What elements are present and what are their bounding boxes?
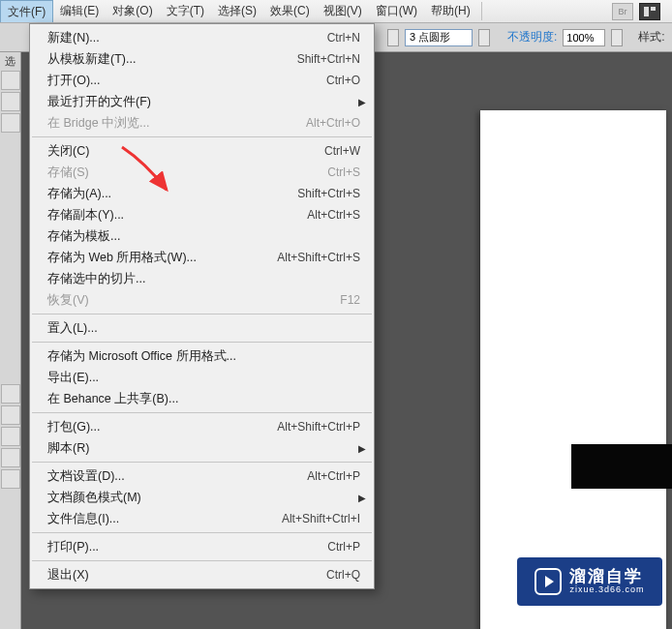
menu-item[interactable]: 文件信息(I)...Alt+Shift+Ctrl+I <box>30 508 374 529</box>
menu-item-label: 存储为 Web 所用格式(W)... <box>47 250 277 266</box>
menu-item[interactable]: 置入(L)... <box>30 317 374 339</box>
menu-item-label: 最近打开的文件(F) <box>47 94 360 110</box>
menu-item-label: 存储(S) <box>47 165 327 181</box>
menu-item-shortcut: Alt+Ctrl+P <box>307 469 360 483</box>
menu-item[interactable]: 在 Behance 上共享(B)... <box>30 388 374 409</box>
menu-item[interactable]: 打印(P)...Ctrl+P <box>30 536 374 557</box>
menu-item[interactable]: 最近打开的文件(F)▶ <box>30 91 374 112</box>
menu-item[interactable]: 脚本(R)▶ <box>30 437 374 459</box>
opacity-input[interactable] <box>563 29 605 46</box>
arrange-docs-icon[interactable] <box>639 3 660 20</box>
menu-item[interactable]: 存储为 Web 所用格式(W)...Alt+Shift+Ctrl+S <box>30 247 374 268</box>
menu-object[interactable]: 对象(O) <box>106 0 159 22</box>
menu-item-label: 打开(O)... <box>47 73 326 89</box>
menu-item-label: 恢复(V) <box>47 292 340 309</box>
menu-item-shortcut: Ctrl+P <box>327 540 360 554</box>
file-menu-dropdown: 新建(N)...Ctrl+N从模板新建(T)...Shift+Ctrl+N打开(… <box>29 23 375 589</box>
play-icon <box>535 568 562 595</box>
left-panel-strip: 选 <box>0 52 21 629</box>
menu-item[interactable]: 存储为(A)...Shift+Ctrl+S <box>30 183 374 204</box>
menu-item[interactable]: 导出(E)... <box>30 367 374 388</box>
menu-item-label: 存储为(A)... <box>47 186 297 202</box>
menu-item[interactable]: 从模板新建(T)...Shift+Ctrl+N <box>30 48 374 70</box>
menu-file[interactable]: 文件(F) <box>0 0 53 22</box>
menu-item-label: 脚本(R) <box>47 440 360 457</box>
menu-help[interactable]: 帮助(H) <box>424 0 477 22</box>
menu-item-label: 退出(X) <box>47 567 326 584</box>
left-tool-3[interactable] <box>1 113 20 133</box>
menu-edit[interactable]: 编辑(E) <box>53 0 106 22</box>
menu-item[interactable]: 关闭(C)Ctrl+W <box>30 140 374 162</box>
watermark-url: zixue.3d66.com <box>569 585 644 595</box>
stroke-profile-input[interactable] <box>405 29 473 46</box>
menu-item-label: 存储为模板... <box>47 228 360 245</box>
menu-item[interactable]: 退出(X)Ctrl+Q <box>30 564 374 585</box>
black-rectangle-object[interactable] <box>571 444 672 489</box>
left-tool-4[interactable] <box>1 384 20 404</box>
menu-effect[interactable]: 效果(C) <box>263 0 317 22</box>
menu-item-shortcut: Alt+Ctrl+O <box>306 116 360 130</box>
menu-separator <box>32 136 372 137</box>
menu-item-label: 存储为 Microsoft Office 所用格式... <box>47 348 360 365</box>
menu-separator <box>32 342 372 343</box>
opacity-dropdown[interactable] <box>611 29 623 46</box>
menu-item-shortcut: Shift+Ctrl+S <box>297 187 360 200</box>
artboard[interactable] <box>480 110 666 629</box>
menu-item[interactable]: 文档颜色模式(M)▶ <box>30 487 374 508</box>
svg-rect-1 <box>644 7 649 16</box>
menu-item[interactable]: 文档设置(D)...Alt+Ctrl+P <box>30 465 374 487</box>
menu-item-label: 关闭(C) <box>47 143 324 160</box>
left-tool-8[interactable] <box>1 469 20 489</box>
menu-item[interactable]: 打包(G)...Alt+Shift+Ctrl+P <box>30 416 374 437</box>
stroke-spinner[interactable] <box>387 29 399 46</box>
left-tool-7[interactable] <box>1 448 20 467</box>
menu-item[interactable]: 存储副本(Y)...Alt+Ctrl+S <box>30 204 374 225</box>
menu-separator <box>32 314 372 314</box>
chevron-right-icon: ▶ <box>358 443 366 454</box>
menu-item-label: 存储副本(Y)... <box>47 207 307 224</box>
menu-item-shortcut: Alt+Shift+Ctrl+I <box>282 512 360 525</box>
menu-item-label: 文档设置(D)... <box>47 468 307 485</box>
menu-separator <box>32 412 372 413</box>
menu-item: 在 Bridge 中浏览...Alt+Ctrl+O <box>30 112 374 134</box>
menu-item-shortcut: Alt+Shift+Ctrl+S <box>277 251 360 264</box>
menu-item-shortcut: Ctrl+O <box>326 74 360 87</box>
left-tool-2[interactable] <box>1 92 20 111</box>
left-tool-1[interactable] <box>1 71 20 90</box>
menu-item-label: 打包(G)... <box>47 419 277 435</box>
menu-item-label: 从模板新建(T)... <box>47 51 297 68</box>
stroke-dropdown[interactable] <box>478 29 490 46</box>
menu-item-label: 文档颜色模式(M) <box>47 490 360 506</box>
watermark-logo: 溜溜自学 zixue.3d66.com <box>517 557 662 606</box>
style-label: 样式: <box>638 29 664 45</box>
menu-select[interactable]: 选择(S) <box>211 0 263 22</box>
menubar: 文件(F) 编辑(E) 对象(O) 文字(T) 选择(S) 效果(C) 视图(V… <box>0 0 672 23</box>
menu-item-label: 打印(P)... <box>47 539 327 555</box>
menu-item[interactable]: 新建(N)...Ctrl+N <box>30 27 374 48</box>
menu-item-shortcut: Ctrl+N <box>327 31 360 45</box>
chevron-right-icon: ▶ <box>358 97 366 107</box>
menu-item[interactable]: 存储选中的切片... <box>30 268 374 289</box>
menu-item-shortcut: Ctrl+S <box>327 165 360 179</box>
menu-item[interactable]: 存储为模板... <box>30 225 374 247</box>
menu-item-shortcut: Alt+Ctrl+S <box>307 208 360 222</box>
menu-item-label: 导出(E)... <box>47 370 360 386</box>
menu-item[interactable]: 打开(O)...Ctrl+O <box>30 70 374 91</box>
left-tool-6[interactable] <box>1 427 20 446</box>
bridge-icon[interactable]: Br <box>612 3 633 20</box>
menu-item-label: 在 Bridge 中浏览... <box>47 115 306 132</box>
menu-separator <box>32 560 372 561</box>
menu-window[interactable]: 窗口(W) <box>369 0 424 22</box>
left-panel-char: 选 <box>0 54 20 69</box>
opacity-label: 不透明度: <box>507 29 557 45</box>
menu-view[interactable]: 视图(V) <box>317 0 369 22</box>
menu-item-shortcut: Ctrl+Q <box>326 568 360 582</box>
menu-separator <box>32 462 372 463</box>
menu-item-label: 置入(L)... <box>47 320 360 337</box>
menu-type[interactable]: 文字(T) <box>160 0 211 22</box>
watermark-title: 溜溜自学 <box>569 568 644 586</box>
menu-item: 存储(S)Ctrl+S <box>30 162 374 183</box>
menu-item[interactable]: 存储为 Microsoft Office 所用格式... <box>30 345 374 367</box>
left-tool-5[interactable] <box>1 405 20 425</box>
menu-item-shortcut: Alt+Shift+Ctrl+P <box>277 420 360 434</box>
